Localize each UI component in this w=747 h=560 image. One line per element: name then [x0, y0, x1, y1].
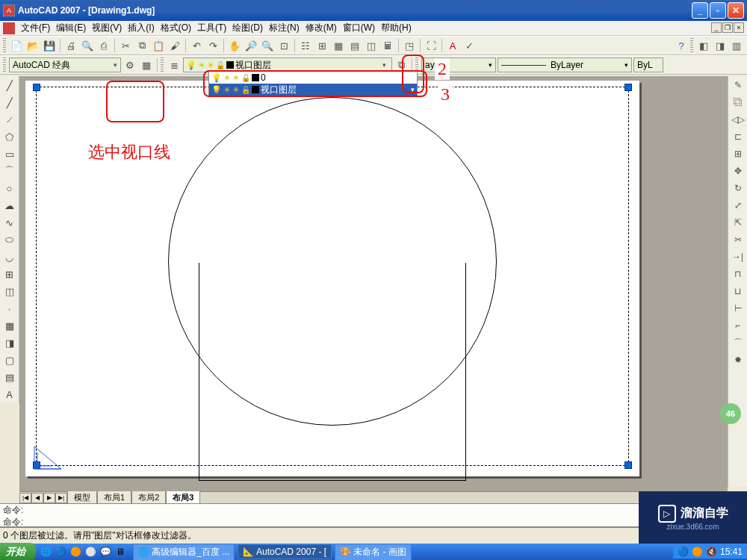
grip-handle[interactable] [624, 461, 632, 469]
copy-obj-icon[interactable]: ⿻ [731, 95, 746, 110]
desktop-icon[interactable]: 🖥 [114, 545, 127, 559]
undo-icon[interactable]: ↶ [189, 38, 204, 53]
dropdown-arrow-icon[interactable]: ▾ [379, 61, 389, 69]
menu-modify[interactable]: 修改(M) [303, 20, 340, 36]
zoom-prev-icon[interactable]: 🔍 [260, 38, 275, 53]
hatch-icon[interactable]: ▦ [2, 318, 17, 333]
tab-model[interactable]: 模型 [67, 491, 97, 505]
layer-states-icon[interactable]: ⧉ [394, 57, 409, 72]
menu-edit[interactable]: 编辑(E) [53, 20, 89, 36]
rotate-icon[interactable]: ↻ [731, 181, 746, 196]
misc-icon[interactable]: ◨ [713, 38, 728, 53]
workspace-settings-icon[interactable]: ⚙ [123, 57, 137, 72]
open-icon[interactable]: 📂 [25, 38, 40, 53]
menu-help[interactable]: 帮助(H) [378, 20, 415, 36]
toolbar-grip[interactable] [161, 57, 164, 72]
new-icon[interactable]: 📄 [9, 38, 24, 53]
polygon-icon[interactable]: ⬠ [2, 129, 17, 144]
line-icon[interactable]: ╱ [2, 78, 17, 93]
redo-icon[interactable]: ↷ [205, 38, 220, 53]
chamfer-icon[interactable]: ⌐ [731, 318, 746, 333]
grip-handle[interactable] [624, 84, 632, 91]
offset-icon[interactable]: ⊏ [731, 129, 746, 144]
layer-dropdown-item[interactable]: 💡 ☀ ☀ 🔓 0 [209, 72, 417, 84]
preview-icon[interactable]: 🔍 [80, 38, 95, 53]
tab-layout1[interactable]: 布局1 [97, 491, 131, 505]
erase-icon[interactable]: ✎ [731, 78, 746, 93]
explode-icon[interactable]: ✸ [731, 352, 746, 367]
fillet-icon[interactable]: ⌒ [731, 335, 746, 350]
properties-icon[interactable]: ☷ [298, 38, 313, 53]
match-prop-icon[interactable]: 🖌 [167, 38, 182, 53]
help-icon[interactable]: ? [674, 38, 689, 53]
app-icon[interactable]: ⚪ [84, 545, 97, 559]
markup-icon[interactable]: ◫ [364, 38, 379, 53]
stretch-icon[interactable]: ⇱ [731, 215, 746, 230]
array-icon[interactable]: ⊞ [731, 146, 746, 161]
dc-icon[interactable]: ⊞ [314, 38, 329, 53]
publish-icon[interactable]: ⎙ [96, 38, 111, 53]
minimize-button[interactable]: _ [692, 2, 708, 19]
point-icon[interactable]: · [2, 301, 17, 316]
revcloud-icon[interactable]: ☁ [2, 198, 17, 213]
misc-icon[interactable]: ▥ [729, 38, 744, 53]
menu-window[interactable]: 窗口(W) [340, 20, 378, 36]
menu-insert[interactable]: 插入(I) [125, 20, 157, 36]
break-icon[interactable]: ⊔ [731, 284, 746, 299]
ellipse-icon[interactable]: ⬭ [2, 232, 17, 247]
start-button[interactable]: 开始 [0, 543, 36, 560]
tray-icon[interactable]: 🔇 [706, 547, 717, 557]
command-input[interactable]: 命令: [0, 516, 747, 527]
tab-first-icon[interactable]: |◀ [19, 493, 31, 503]
print-icon[interactable]: 🖨 [63, 38, 78, 53]
linetype-combo[interactable]: ByLayer ▾ [498, 57, 632, 72]
a-icon[interactable]: A [445, 38, 460, 53]
doc-minimize-button[interactable]: _ [711, 22, 722, 33]
mtext-icon[interactable]: A [2, 387, 17, 402]
clean-screen-icon[interactable]: ⛶ [424, 38, 438, 53]
cut-icon[interactable]: ✂ [118, 38, 133, 53]
break-point-icon[interactable]: ⊓ [731, 267, 746, 281]
app-icon[interactable]: 🟠 [69, 545, 82, 559]
menu-file[interactable]: 文件(F) [18, 20, 53, 36]
save-icon[interactable]: 💾 [42, 38, 57, 53]
doc-close-button[interactable]: × [734, 22, 744, 33]
xline-icon[interactable]: ╱ [2, 95, 17, 110]
region-icon[interactable]: ▢ [2, 352, 17, 367]
layer-dropdown-item[interactable]: 💡 ☀ ☀ 🔓 视口图层 ▾ [209, 84, 417, 96]
taskbar-item[interactable]: 🌐高级编辑器_百度 ... [133, 544, 235, 561]
zoom-rt-icon[interactable]: 🔎 [244, 38, 258, 53]
layer-properties-icon[interactable]: ≣ [167, 57, 182, 72]
toolbar-grip[interactable] [690, 38, 693, 53]
toolbar-grip[interactable] [3, 38, 6, 53]
trim-icon[interactable]: ✂ [731, 232, 746, 247]
scale-icon[interactable]: ⤢ [731, 198, 746, 213]
copy-icon[interactable]: ⧉ [134, 38, 149, 53]
maximize-button[interactable]: ▫ [710, 2, 726, 19]
menu-draw[interactable]: 绘图(D) [229, 20, 266, 36]
tab-layout2[interactable]: 布局2 [131, 491, 166, 505]
ie-icon[interactable]: 🌐 [39, 545, 52, 559]
system-tray[interactable]: 🔵 🟠 🔇 15:41 [673, 545, 747, 559]
tab-prev-icon[interactable]: ◀ [31, 493, 43, 503]
join-icon[interactable]: ⊢ [731, 301, 746, 316]
toolbar-grip[interactable] [415, 57, 418, 72]
circle-icon[interactable]: ○ [2, 181, 17, 196]
mirror-icon[interactable]: ◁▷ [731, 112, 746, 127]
taskbar-item[interactable]: 🎨未命名 - 画图 [335, 544, 412, 561]
spline-icon[interactable]: ∿ [2, 215, 17, 230]
paste-icon[interactable]: 📋 [151, 38, 166, 53]
make-block-icon[interactable]: ◫ [2, 284, 17, 299]
arc-icon[interactable]: ⌒ [2, 164, 17, 178]
taskbar-item[interactable]: 📐AutoCAD 2007 - [ [238, 544, 332, 559]
misc-icon[interactable]: ◧ [696, 38, 711, 53]
tray-icon[interactable]: 🟠 [692, 547, 703, 557]
color-combo[interactable]: ayer ▾ [421, 57, 496, 72]
toolbar-grip[interactable] [3, 57, 6, 72]
menu-dim[interactable]: 标注(N) [266, 20, 303, 36]
command-panel[interactable]: 命令: 命令: [0, 503, 747, 527]
zoom-win-icon[interactable]: ⊡ [276, 38, 291, 53]
tab-next-icon[interactable]: ▶ [43, 493, 55, 503]
layer-dropdown-list[interactable]: 💡 ☀ ☀ 🔓 0 💡 ☀ ☀ 🔓 视口图层 ▾ [208, 71, 418, 96]
sheet-set-icon[interactable]: ▤ [347, 38, 362, 53]
